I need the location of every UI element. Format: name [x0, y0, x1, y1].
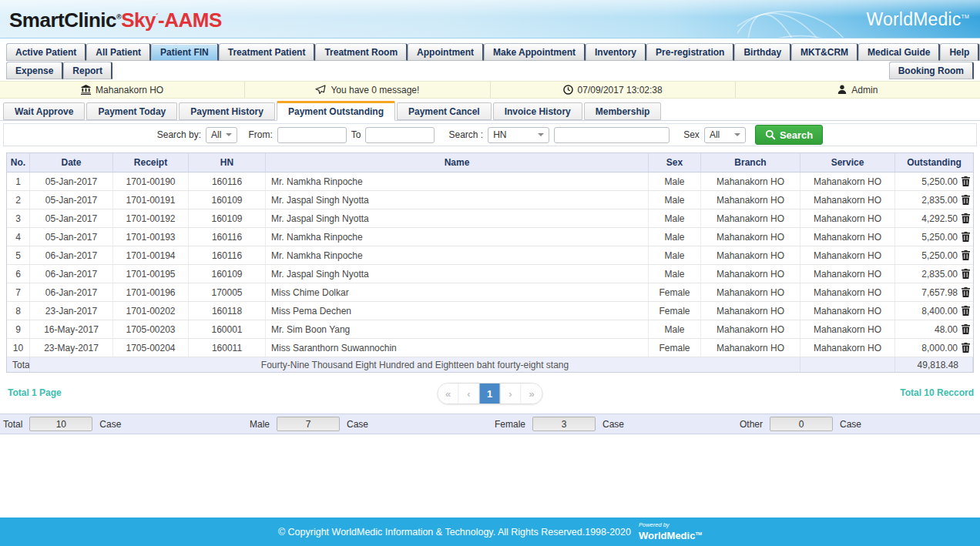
- cell-branch: Mahanakorn HO: [701, 302, 800, 320]
- delete-row-icon[interactable]: [962, 176, 970, 186]
- worldmedic-brand: WorldMedicTM: [866, 9, 969, 30]
- cell-hn: 170005: [189, 283, 266, 301]
- search-button[interactable]: Search: [755, 125, 823, 145]
- chevron-down-icon: [538, 133, 544, 136]
- subtab-membership[interactable]: Membership: [584, 102, 662, 120]
- delete-row-icon[interactable]: [962, 269, 970, 279]
- cell-name: Mr. Namkha Rinpoche: [266, 173, 649, 190]
- search-field-select[interactable]: HN: [488, 127, 549, 143]
- cell-name: Mr. Jaspal Singh Nyotta: [266, 209, 649, 227]
- subtab-payment-cancel[interactable]: Payment Cancel: [397, 102, 492, 120]
- cell-outstanding: 2,835.00: [895, 265, 973, 283]
- cell-name: Mr. Jaspal Singh Nyotta: [266, 191, 649, 209]
- cell-sex: Male: [649, 173, 701, 190]
- table-row: 10 23-May-2017 1705-00204 160011 Miss Sa…: [7, 339, 973, 357]
- cell-no: 7: [7, 283, 30, 301]
- case-summary-bar: Total 10 Case Male 7 Case Female 3 Case …: [0, 414, 980, 434]
- cell-no: 4: [7, 228, 30, 246]
- delete-row-icon[interactable]: [962, 306, 970, 316]
- tab-treatment-patient[interactable]: Treatment Patient: [219, 43, 316, 61]
- cell-service: Mahanakorn HO: [800, 173, 895, 190]
- main-tabs-row-1: Active PatientAll PatientPatient FINTrea…: [0, 43, 980, 61]
- tab-pre-registration[interactable]: Pre-registration: [646, 43, 734, 61]
- cell-outstanding: 5,250.00: [895, 173, 973, 190]
- col-header-name: Name: [266, 153, 649, 172]
- tab-report[interactable]: Report: [63, 62, 112, 79]
- smartclinic-logo: SmartClinic®Sky´-AAMS: [9, 8, 222, 32]
- main-tabs-left: Active PatientAll PatientPatient FINTrea…: [6, 43, 646, 61]
- total-records-text: Total 10 Reccord: [900, 387, 974, 398]
- tab-patient-fin[interactable]: Patient FIN: [151, 43, 219, 61]
- tab-booking-room[interactable]: Booking Room: [889, 62, 974, 79]
- tab-inventory[interactable]: Inventory: [586, 43, 646, 61]
- search-term-input[interactable]: [554, 127, 670, 143]
- cell-branch: Mahanakorn HO: [701, 228, 800, 246]
- cell-outstanding: 2,835.00: [895, 191, 973, 209]
- cell-branch: Mahanakorn HO: [701, 173, 800, 190]
- cell-outstanding: 48.00: [895, 320, 973, 338]
- tab-medical-guide[interactable]: Medical Guide: [858, 43, 940, 61]
- main-tabs-right-2: Booking Room: [889, 62, 974, 79]
- col-header-receipt: Receipt: [113, 153, 189, 172]
- delete-row-icon[interactable]: [962, 232, 970, 242]
- cell-receipt: 1701-00193: [113, 228, 189, 246]
- female-case-group: Female 3 Case: [490, 417, 735, 431]
- delete-row-icon[interactable]: [962, 250, 970, 260]
- tab-treatment-room[interactable]: Treatment Room: [315, 43, 408, 61]
- prev-page-button[interactable]: ‹: [459, 384, 480, 404]
- tab-make-appointment[interactable]: Make Appointment: [484, 43, 586, 61]
- status-bar: Mahanakorn HO You have 0 message! 07/09/…: [0, 81, 980, 99]
- page-1-button[interactable]: 1: [480, 384, 501, 404]
- delete-row-icon[interactable]: [962, 195, 970, 205]
- tab-mkt-crm[interactable]: MKT&CRM: [791, 43, 858, 61]
- subtab-payment-today[interactable]: Payment Today: [86, 102, 177, 120]
- tab-all-patient[interactable]: All Patient: [86, 43, 151, 61]
- branch-indicator: Mahanakorn HO: [0, 82, 245, 98]
- to-date-input[interactable]: [365, 127, 435, 143]
- table-row: 3 05-Jan-2017 1701-00192 160109 Mr. Jasp…: [7, 209, 973, 228]
- cell-branch: Mahanakorn HO: [701, 320, 800, 338]
- cell-receipt: 1701-00194: [113, 246, 189, 264]
- subtab-payment-outstanding[interactable]: Payment Outstanding: [277, 101, 395, 121]
- next-page-button[interactable]: ›: [501, 384, 522, 404]
- table-row: 5 06-Jan-2017 1701-00194 160116 Mr. Namk…: [7, 246, 973, 265]
- tab-birthday[interactable]: Birthday: [734, 43, 791, 61]
- cell-sex: Male: [649, 320, 701, 338]
- subtab-payment-history[interactable]: Payment History: [179, 102, 275, 120]
- cell-hn: 160109: [189, 265, 266, 283]
- search-by-select[interactable]: All: [206, 127, 237, 143]
- cell-hn: 160109: [189, 209, 266, 227]
- cell-sex: Female: [649, 283, 701, 301]
- female-case-value: 3: [532, 417, 596, 431]
- sex-select[interactable]: All: [704, 127, 746, 143]
- cell-sex: Male: [649, 246, 701, 264]
- first-page-button[interactable]: «: [438, 384, 459, 404]
- cell-no: 2: [7, 191, 30, 209]
- cell-branch: Mahanakorn HO: [701, 246, 800, 264]
- male-case-label: Male: [250, 419, 270, 430]
- cell-name: Mr. Namkha Rinpoche: [266, 228, 649, 246]
- tab-expense[interactable]: Expense: [6, 62, 63, 79]
- from-date-input[interactable]: [277, 127, 347, 143]
- branch-name: Mahanakorn HO: [96, 85, 163, 95]
- subtab-wait-approve[interactable]: Wait Approve: [3, 102, 85, 120]
- tab-appointment[interactable]: Appointment: [408, 43, 484, 61]
- payment-sub-tabs: Wait ApprovePayment TodayPayment History…: [0, 101, 980, 121]
- magnifier-icon: [765, 129, 776, 140]
- delete-row-icon[interactable]: [962, 287, 970, 297]
- main-tabs-right: Pre-registrationBirthdayMKT&CRMMedical G…: [646, 43, 980, 61]
- total-amount: 49,818.48: [895, 357, 973, 372]
- delete-row-icon[interactable]: [962, 213, 970, 223]
- delete-row-icon[interactable]: [962, 343, 970, 353]
- table-row: 1 05-Jan-2017 1701-00190 160116 Mr. Namk…: [7, 173, 973, 191]
- cell-receipt: 1701-00195: [113, 265, 189, 283]
- cell-date: 23-Jan-2017: [30, 302, 113, 320]
- delete-row-icon[interactable]: [962, 324, 970, 334]
- cell-branch: Mahanakorn HO: [701, 339, 800, 357]
- tab-active-patient[interactable]: Active Patient: [6, 43, 86, 61]
- pagination-row: Total 1 Page « ‹ 1 › » Total 10 Reccord: [0, 383, 980, 404]
- subtab-invoice-history[interactable]: Invoice History: [493, 102, 582, 120]
- tab-help[interactable]: Help: [940, 43, 979, 61]
- cell-hn: 160116: [189, 228, 266, 246]
- last-page-button[interactable]: »: [522, 384, 542, 404]
